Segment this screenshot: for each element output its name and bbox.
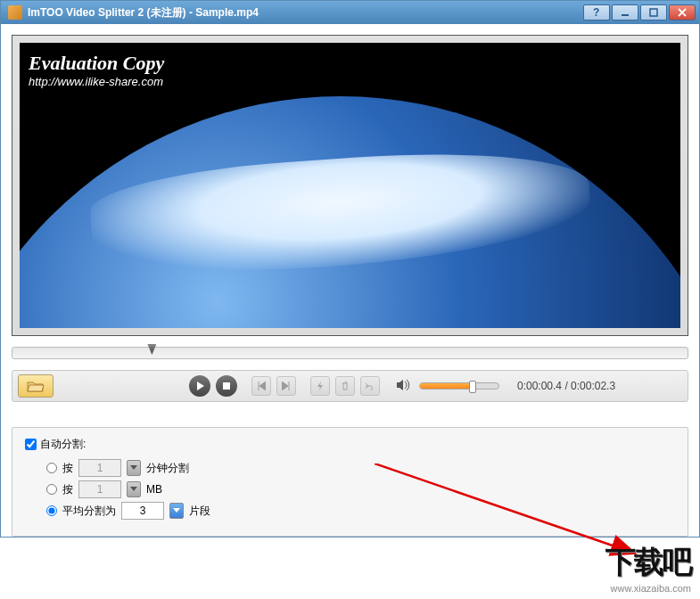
- delete-button[interactable]: [335, 376, 355, 396]
- timeline-slider[interactable]: [12, 347, 688, 359]
- mb-suffix: MB: [146, 483, 162, 496]
- split-by-mb-row: 按 1 MB: [46, 480, 675, 498]
- help-button[interactable]: ?: [583, 4, 610, 21]
- play-icon: [195, 382, 204, 390]
- lightning-icon: [316, 382, 325, 390]
- page-watermark-url: www.xiazaiba.com: [605, 583, 691, 594]
- skip-forward-icon: [282, 382, 291, 390]
- mb-input[interactable]: 1: [78, 480, 121, 498]
- app-window: ImTOO Video Splitter 2 (未注册) - Sample.mp…: [0, 0, 700, 537]
- average-label: 平均分割为: [62, 504, 116, 519]
- average-dropdown[interactable]: [169, 503, 184, 519]
- set-start-button[interactable]: [310, 376, 330, 396]
- chevron-down-icon: [130, 465, 137, 471]
- prev-frame-button[interactable]: [251, 376, 271, 396]
- auto-split-checkbox-row[interactable]: 自动分割:: [25, 437, 675, 452]
- next-frame-button[interactable]: [276, 376, 296, 396]
- open-file-button[interactable]: [18, 374, 54, 398]
- svg-text:?: ?: [593, 8, 599, 17]
- volume-slider[interactable]: [419, 382, 499, 390]
- evaluation-watermark: Evaluation Copy http://www.ilike-share.c…: [20, 48, 173, 94]
- chevron-down-icon: [173, 508, 180, 513]
- client-area: Evaluation Copy http://www.ilike-share.c…: [1, 24, 699, 537]
- chevron-down-icon: [130, 487, 137, 492]
- svg-rect-2: [650, 9, 657, 16]
- skip-back-icon: [257, 382, 266, 390]
- mb-dropdown[interactable]: [127, 481, 141, 497]
- option-by-label: 按: [62, 482, 73, 497]
- minutes-input[interactable]: 1: [78, 459, 121, 477]
- app-icon: [8, 5, 22, 20]
- split-by-minutes-radio[interactable]: [46, 463, 57, 473]
- split-by-mb-radio[interactable]: [46, 484, 57, 495]
- option-by-label: 按: [62, 461, 73, 476]
- watermark-line2: http://www.ilike-share.com: [29, 75, 164, 88]
- trash-icon: [341, 382, 350, 390]
- volume-icon[interactable]: [396, 379, 410, 394]
- auto-split-label: 自动分割:: [40, 437, 86, 452]
- auto-split-checkbox[interactable]: [25, 439, 37, 450]
- svg-rect-1: [622, 14, 629, 16]
- maximize-button[interactable]: [640, 4, 667, 21]
- minimize-button[interactable]: [612, 4, 638, 21]
- playback-controls: 0:00:00.4 / 0:00:02.3: [12, 370, 688, 402]
- split-average-row: 平均分割为 3 片段: [46, 502, 675, 520]
- page-watermark-text: 下载吧: [605, 542, 691, 583]
- video-frame: Evaluation Copy http://www.ilike-share.c…: [12, 35, 688, 336]
- split-average-radio[interactable]: [46, 505, 57, 516]
- window-title: ImTOO Video Splitter 2 (未注册) - Sample.mp…: [28, 5, 583, 21]
- undo-icon: [366, 382, 375, 390]
- svg-rect-3: [223, 382, 230, 390]
- minutes-suffix: 分钟分割: [146, 461, 189, 476]
- close-button[interactable]: [669, 4, 696, 21]
- split-by-minutes-row: 按 1 分钟分割: [46, 459, 675, 477]
- watermark-line1: Evaluation Copy: [29, 52, 164, 75]
- page-watermark: 下载吧 www.xiazaiba.com: [605, 542, 691, 594]
- time-display: 0:00:00.4 / 0:00:02.3: [517, 380, 615, 392]
- titlebar[interactable]: ImTOO Video Splitter 2 (未注册) - Sample.mp…: [1, 1, 699, 24]
- stop-button[interactable]: [216, 375, 237, 397]
- volume-thumb[interactable]: [469, 381, 476, 393]
- window-controls: ?: [583, 4, 696, 21]
- average-suffix: 片段: [189, 504, 210, 519]
- average-input[interactable]: 3: [121, 502, 164, 520]
- play-button[interactable]: [189, 375, 210, 397]
- timeline-marker[interactable]: [147, 344, 156, 355]
- video-preview[interactable]: Evaluation Copy http://www.ilike-share.c…: [20, 43, 680, 328]
- folder-open-icon: [27, 380, 45, 392]
- undo-button[interactable]: [360, 376, 380, 396]
- volume-fill: [420, 383, 471, 389]
- stop-icon: [222, 382, 231, 390]
- minutes-dropdown[interactable]: [127, 460, 141, 476]
- auto-split-panel: 自动分割: 按 1 分钟分割 按 1 MB 平均分割为: [12, 427, 688, 537]
